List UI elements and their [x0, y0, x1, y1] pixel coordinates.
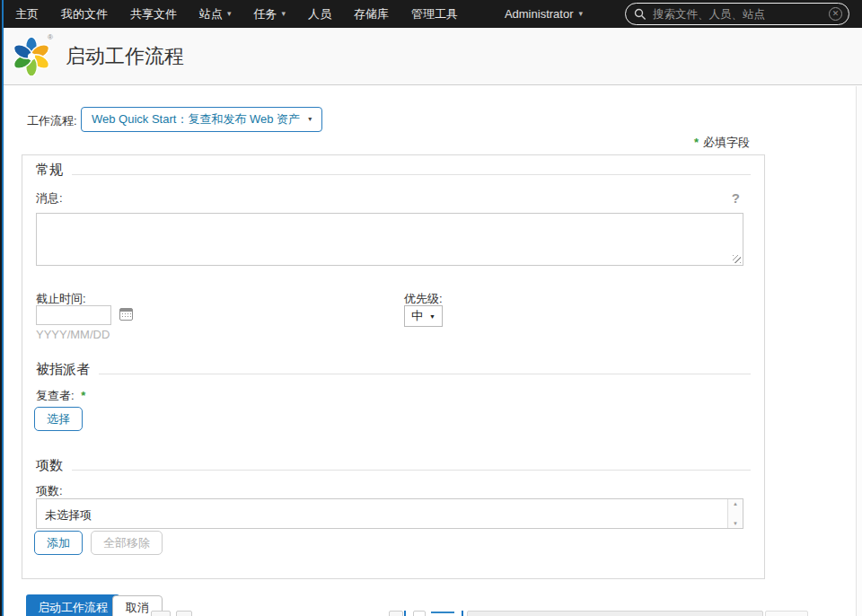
- global-search: ✕: [625, 3, 849, 25]
- nav-item-shared-files[interactable]: 共享文件: [130, 6, 177, 22]
- nav-item-tasks[interactable]: 任务▾: [254, 6, 286, 22]
- reviewer-label: 复查者:: [36, 389, 75, 402]
- start-workflow-page: 主页 我的文件 共享文件 站点▾ 任务▾ 人员 存储库 管理工具 Adminis…: [0, 0, 862, 616]
- footer-fragment: [151, 611, 171, 616]
- page-title: 启动工作流程: [66, 43, 184, 70]
- workflow-label: 工作流程:: [27, 113, 77, 129]
- top-nav: 主页 我的文件 共享文件 站点▾ 任务▾ 人员 存储库 管理工具 Adminis…: [0, 0, 862, 28]
- clear-search-icon[interactable]: ✕: [829, 7, 842, 21]
- workflow-form-panel: 常规 消息: ? 截止时间: YYYY/MM/DD 优先级: 中 ▼ 被指派者 …: [22, 154, 765, 579]
- resize-grip-icon[interactable]: [733, 255, 741, 263]
- due-date-input[interactable]: [36, 305, 111, 325]
- section-assignees: 被指派者: [36, 361, 751, 378]
- nav-item-repository[interactable]: 存储库: [354, 6, 389, 22]
- caret-down-icon: ▼: [429, 313, 435, 320]
- caret-down-icon: ▾: [308, 116, 312, 123]
- nav-item-admin-tools[interactable]: 管理工具: [411, 6, 458, 22]
- items-list-box: 未选择项 ▲ ▼: [36, 498, 743, 529]
- scroll-down-icon[interactable]: ▼: [733, 521, 738, 526]
- footer-fragment: [404, 611, 406, 616]
- message-label: 消息:: [36, 190, 63, 207]
- nav-item-home[interactable]: 主页: [15, 6, 39, 22]
- footer-fragment: [389, 611, 403, 616]
- reviewer-label-row: 复查者: *: [36, 388, 90, 404]
- message-row: 消息: ?: [36, 190, 740, 207]
- nav-item-sites[interactable]: 站点▾: [199, 6, 232, 22]
- page-scrollbar[interactable]: [856, 86, 862, 616]
- section-items: 项数: [36, 457, 751, 474]
- nav-item-people[interactable]: 人员: [308, 6, 331, 22]
- section-general-title: 常规: [36, 162, 63, 179]
- user-menu-label: Administrator: [505, 7, 574, 21]
- remove-all-items-button[interactable]: 全部移除: [91, 531, 163, 555]
- section-general: 常规: [36, 162, 751, 179]
- select-reviewer-button[interactable]: 选择: [34, 407, 83, 431]
- footer-fragment: [765, 611, 808, 616]
- priority-value: 中: [411, 308, 423, 324]
- footer-fragment: [467, 611, 763, 616]
- calendar-icon[interactable]: [119, 308, 133, 321]
- caret-down-icon: ▾: [282, 10, 286, 18]
- required-star: *: [694, 136, 699, 149]
- add-items-button[interactable]: 添加: [34, 531, 83, 555]
- items-empty-text: 未选择项: [45, 507, 92, 524]
- section-items-title: 项数: [36, 457, 63, 474]
- workflow-selected-value: Web Quick Start：复查和发布 Web 资产: [92, 111, 300, 128]
- required-star: *: [81, 389, 85, 402]
- workflow-dropdown[interactable]: Web Quick Start：复查和发布 Web 资产 ▾: [81, 107, 322, 132]
- registered-mark: ®: [48, 33, 53, 41]
- caret-down-icon: ▾: [578, 10, 583, 18]
- priority-select[interactable]: 中 ▼: [404, 305, 443, 327]
- section-assignees-title: 被指派者: [36, 361, 90, 378]
- items-label: 项数:: [36, 483, 63, 499]
- footer-fragment: [413, 611, 426, 616]
- scroll-up-icon[interactable]: ▲: [733, 501, 738, 506]
- date-format-hint: YYYY/MM/DD: [36, 328, 110, 341]
- footer-fragment: [176, 611, 192, 616]
- help-icon[interactable]: ?: [732, 190, 740, 207]
- clipped-footer: [0, 609, 862, 616]
- message-textarea[interactable]: [36, 213, 743, 266]
- nav-item-my-files[interactable]: 我的文件: [61, 6, 108, 22]
- items-scrollbar[interactable]: ▲ ▼: [727, 499, 743, 528]
- window-accent-edge: [2, 0, 4, 616]
- footer-fragment: [462, 611, 463, 616]
- required-fields-note: *必填字段: [694, 135, 750, 151]
- search-input[interactable]: [653, 8, 829, 21]
- caret-down-icon: ▾: [227, 10, 232, 18]
- alfresco-logo-icon: [12, 37, 51, 76]
- search-icon: [634, 8, 646, 21]
- items-actions: 添加 全部移除: [34, 531, 163, 555]
- page-header: ® 启动工作流程: [0, 28, 862, 85]
- footer-clipped-link: [431, 612, 454, 616]
- user-menu[interactable]: Administrator ▾: [505, 7, 583, 21]
